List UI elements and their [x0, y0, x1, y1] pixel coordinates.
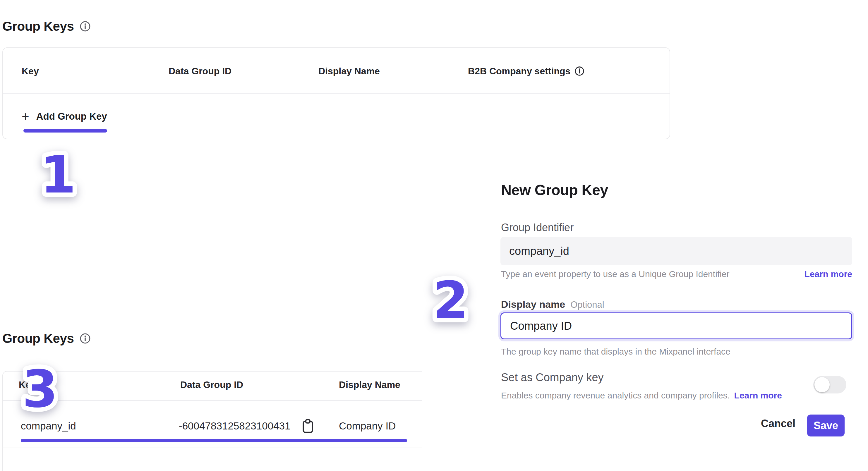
info-icon[interactable]	[80, 333, 91, 344]
add-group-key-button[interactable]: + Add Group Key	[22, 110, 107, 123]
learn-more-link[interactable]: Learn more	[805, 269, 852, 279]
row-data-group-id-cell: -6004783125823100431	[179, 420, 290, 432]
page-title: Group Keys	[2, 19, 74, 34]
column-header-data-group-id: Data Group ID	[180, 379, 243, 390]
highlight-underline	[23, 129, 107, 132]
top-section-header: Group Keys	[2, 19, 91, 34]
display-name-input[interactable]	[500, 312, 852, 339]
company-key-helper: Enables company revenue analytics and co…	[501, 390, 730, 400]
company-key-label: Set as Company key	[501, 371, 604, 383]
highlight-underline	[21, 439, 407, 442]
step-3-badge: 3	[17, 360, 63, 418]
page-title: Group Keys	[2, 331, 74, 346]
step-1-badge: 1	[35, 146, 82, 204]
info-icon[interactable]	[575, 66, 584, 76]
svg-text:3: 3	[22, 359, 58, 419]
row-key-cell: company_id	[21, 420, 76, 432]
divider	[3, 400, 422, 401]
copy-icon[interactable]	[302, 419, 314, 433]
learn-more-link[interactable]: Learn more	[734, 390, 782, 400]
plus-icon: +	[22, 110, 29, 123]
company-key-toggle[interactable]	[813, 376, 846, 394]
page: Group Keys Key Data Group ID Display Nam…	[0, 0, 868, 471]
svg-text:1: 1	[40, 145, 76, 205]
step-2-badge: 2	[427, 271, 474, 329]
cancel-button[interactable]: Cancel	[761, 417, 796, 430]
bottom-section-header: Group Keys	[2, 331, 91, 346]
group-identifier-helper-row: Type an event property to use as a Uniqu…	[501, 269, 852, 279]
column-header-key: Key	[22, 66, 39, 76]
column-header-b2b: B2B Company settings	[468, 66, 584, 76]
modal-title: New Group Key	[501, 182, 608, 198]
column-header-display-name: Display Name	[318, 66, 380, 76]
optional-tag: Optional	[570, 300, 604, 310]
save-button[interactable]: Save	[807, 414, 845, 437]
divider	[2, 448, 422, 448]
svg-text:2: 2	[433, 271, 468, 330]
divider	[3, 93, 670, 94]
info-icon[interactable]	[80, 21, 91, 32]
toggle-knob	[814, 377, 830, 392]
display-name-helper: The group key name that displays in the …	[501, 347, 731, 356]
display-name-label-row: Display name Optional	[501, 299, 604, 310]
display-name-label: Display name	[501, 299, 565, 310]
row-display-name-cell: Company ID	[339, 420, 396, 432]
group-identifier-input[interactable]	[500, 237, 852, 265]
group-identifier-helper: Type an event property to use as a Uniqu…	[501, 269, 729, 279]
column-header-display-name: Display Name	[339, 379, 400, 390]
column-header-data-group-id: Data Group ID	[168, 66, 231, 76]
company-key-helper-row: Enables company revenue analytics and co…	[501, 390, 782, 401]
group-identifier-label: Group Identifier	[501, 222, 574, 233]
